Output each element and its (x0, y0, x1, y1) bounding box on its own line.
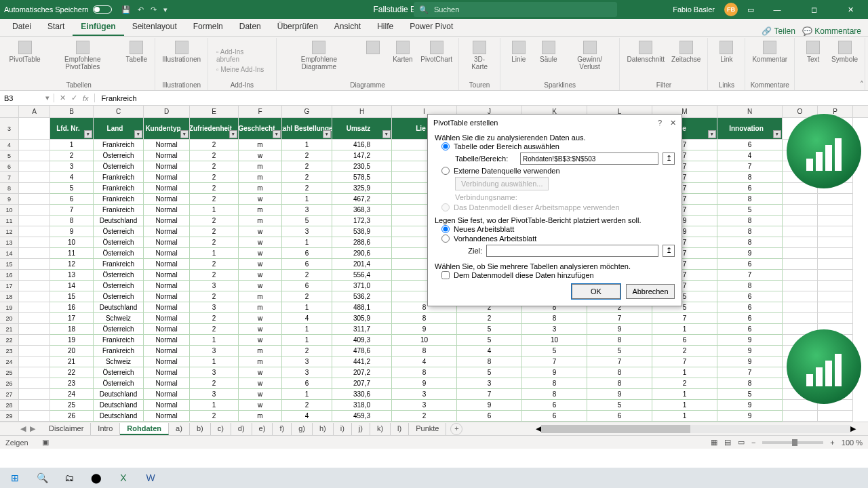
column-header[interactable]: G (282, 106, 332, 117)
cell[interactable]: 10 (392, 335, 457, 346)
cell[interactable]: 8 (717, 226, 783, 237)
cell[interactable]: m (239, 161, 282, 172)
cell[interactable] (783, 226, 818, 237)
cell[interactable]: 23 (50, 378, 94, 389)
cell[interactable]: 467,2 (332, 194, 392, 205)
fx-icon[interactable]: fx (83, 94, 89, 102)
sheet-nav-prev-icon[interactable]: ◀ (20, 424, 26, 433)
sheet-tab[interactable]: Rohdaten (120, 423, 169, 435)
ribbon-button[interactable]: Empfohlene Diagramme (281, 39, 357, 81)
table-header-cell[interactable] (19, 118, 50, 140)
cell[interactable]: Frankreich (94, 346, 144, 357)
sheet-tab[interactable]: g) (292, 423, 313, 435)
cell[interactable]: 8 (717, 378, 783, 389)
cell[interactable]: 5 (717, 205, 783, 216)
cell[interactable]: 22 (50, 367, 94, 378)
cell[interactable]: m (239, 291, 282, 302)
cell[interactable] (19, 378, 50, 389)
ribbon-button[interactable]: Tabelle (122, 39, 151, 81)
horizontal-scrollbar[interactable]: ◀▶ (536, 424, 868, 434)
cell[interactable]: Österreich (94, 291, 144, 302)
cell[interactable]: w (239, 389, 282, 400)
cell[interactable]: 13 (50, 270, 94, 281)
cell[interactable] (19, 216, 50, 226)
cell[interactable]: Österreich (94, 248, 144, 259)
cell[interactable]: Deutschland (94, 216, 144, 226)
save-icon[interactable]: 💾 (121, 5, 131, 14)
tab-daten[interactable]: Daten (231, 18, 269, 36)
cell[interactable]: Normal (144, 346, 190, 357)
cell[interactable] (818, 237, 853, 248)
radio-new-sheet[interactable] (441, 225, 450, 233)
cell[interactable]: 4 (282, 313, 332, 324)
cell[interactable]: 3 (190, 281, 239, 291)
cell[interactable] (783, 205, 818, 216)
cell[interactable]: 2 (282, 291, 332, 302)
cell[interactable]: m (239, 216, 282, 226)
cell[interactable]: 8 (717, 216, 783, 226)
macro-record-icon[interactable]: ▣ (42, 438, 49, 447)
row-header[interactable]: 7 (0, 172, 19, 183)
cell[interactable]: 18 (50, 324, 94, 335)
cell[interactable]: 9 (587, 324, 652, 335)
cell[interactable]: 2 (190, 161, 239, 172)
cell[interactable]: 3 (190, 346, 239, 357)
cell[interactable]: Österreich (94, 161, 144, 172)
cell[interactable] (19, 291, 50, 302)
cell[interactable]: 2 (190, 226, 239, 237)
cell[interactable]: 8 (587, 378, 652, 389)
cell[interactable]: Österreich (94, 237, 144, 248)
cell[interactable]: 6 (282, 378, 332, 389)
sheet-tab[interactable]: l) (391, 423, 409, 435)
row-header[interactable]: 24 (0, 357, 19, 367)
cell[interactable]: 147,2 (332, 150, 392, 161)
row-header[interactable]: 10 (0, 205, 19, 216)
cell[interactable]: Schweiz (94, 357, 144, 367)
cell[interactable]: Frankreich (94, 335, 144, 346)
cell[interactable] (19, 237, 50, 248)
cell[interactable]: 3 (282, 205, 332, 216)
scroll-right-icon[interactable]: ▶ (850, 424, 856, 433)
cell[interactable]: 3 (190, 367, 239, 378)
cell[interactable]: 207,7 (332, 378, 392, 389)
cell[interactable]: 5 (282, 216, 332, 226)
sheet-tab[interactable]: h) (313, 423, 334, 435)
cell[interactable]: Normal (144, 183, 190, 194)
collapse-ribbon-icon[interactable]: ˄ (860, 80, 864, 89)
filter-icon[interactable]: ▾ (273, 130, 281, 138)
cell[interactable]: 2 (282, 172, 332, 183)
cell[interactable]: 2 (190, 172, 239, 183)
confirm-edit-icon[interactable]: ✓ (71, 94, 77, 102)
cell[interactable]: 2 (190, 270, 239, 281)
cell[interactable]: 7 (717, 367, 783, 378)
ribbon-button[interactable]: Illustrationen (159, 39, 203, 81)
cell[interactable]: 6 (717, 313, 783, 324)
column-header[interactable]: H (332, 106, 392, 117)
filter-icon[interactable]: ▾ (382, 130, 391, 138)
cell[interactable]: Österreich (94, 270, 144, 281)
dialog-close-icon[interactable]: ✕ (670, 119, 676, 127)
cell[interactable]: Normal (144, 216, 190, 226)
cell[interactable]: Normal (144, 378, 190, 389)
cell[interactable]: 311,7 (332, 324, 392, 335)
cell[interactable] (818, 411, 853, 422)
cell[interactable]: m (239, 140, 282, 150)
target-input[interactable] (486, 245, 658, 257)
cell[interactable]: 2 (392, 411, 457, 422)
cell[interactable] (19, 302, 50, 313)
cell[interactable]: 5 (587, 400, 652, 411)
target-picker-icon[interactable]: ↥ (663, 245, 675, 257)
cell[interactable]: 10 (50, 237, 94, 248)
cell[interactable]: 207,2 (332, 367, 392, 378)
tab-power pivot[interactable]: Power Pivot (401, 18, 461, 36)
row-header[interactable]: 16 (0, 270, 19, 281)
cell[interactable]: 441,2 (332, 357, 392, 367)
cell[interactable]: 325,9 (332, 183, 392, 194)
cell[interactable]: Normal (144, 357, 190, 367)
cell[interactable]: Normal (144, 172, 190, 183)
cell[interactable]: 1 (190, 205, 239, 216)
cell[interactable] (818, 259, 853, 270)
cell[interactable]: 9 (717, 346, 783, 357)
cell[interactable]: 3 (282, 226, 332, 237)
cell[interactable]: 9 (457, 400, 522, 411)
